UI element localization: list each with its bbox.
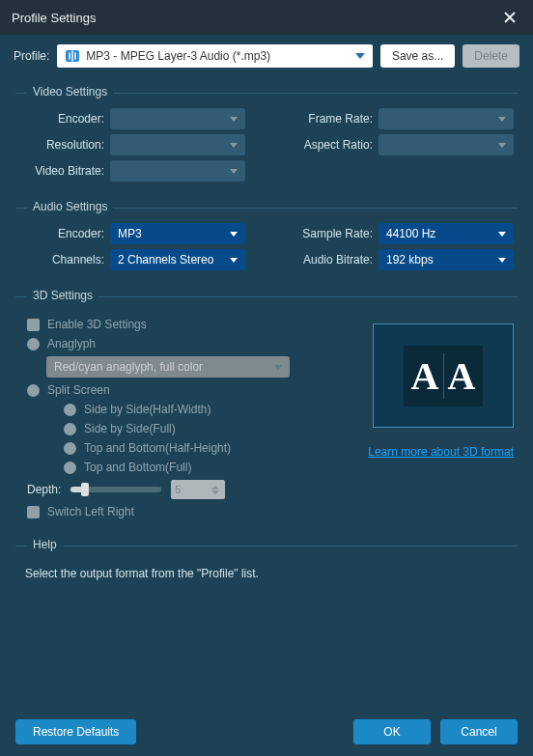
chevron-down-icon <box>230 232 238 237</box>
depth-spinner: 5 <box>171 480 225 499</box>
split-screen-radio: Split Screen <box>19 383 359 397</box>
audio-settings-title: Audio Settings <box>27 200 113 213</box>
radio-icon <box>64 404 76 416</box>
chevron-down-icon <box>230 117 238 122</box>
tb-full-radio: Top and Bottom(Full) <box>19 461 359 474</box>
radio-icon <box>64 442 76 455</box>
radio-icon <box>64 462 76 474</box>
close-icon <box>504 12 516 23</box>
chevron-down-icon <box>498 143 506 148</box>
window-title: Profile Settings <box>12 11 498 25</box>
radio-icon <box>27 384 40 397</box>
tb-half-radio: Top and Bottom(Half-Height) <box>19 441 359 455</box>
video-settings-title: Video Settings <box>27 85 113 98</box>
profile-select-value: MP3 - MPEG Layer-3 Audio (*.mp3) <box>86 49 355 63</box>
resolution-label: Resolution: <box>19 138 110 152</box>
enable-3d-checkbox[interactable]: Enable 3D Settings <box>19 318 359 331</box>
depth-slider <box>70 487 161 492</box>
side-full-radio: Side by Side(Full) <box>19 422 359 435</box>
side-half-radio: Side by Side(Half-Width) <box>19 403 359 416</box>
restore-defaults-button[interactable]: Restore Defaults <box>15 719 136 744</box>
audio-format-icon <box>65 48 80 64</box>
3d-preview: AA <box>373 323 514 428</box>
chevron-down-icon <box>274 365 282 370</box>
spinner-buttons <box>211 481 223 498</box>
resolution-select <box>110 134 245 155</box>
help-text: Select the output format from the "Profi… <box>19 561 514 615</box>
frame-rate-select <box>379 108 514 129</box>
switch-lr-checkbox: Switch Left Right <box>19 505 359 518</box>
audio-bitrate-label: Audio Bitrate: <box>286 253 379 266</box>
channels-select[interactable]: 2 Channels Stereo <box>110 249 245 270</box>
audio-encoder-label: Encoder: <box>19 227 110 240</box>
radio-icon <box>64 423 76 435</box>
divider <box>15 546 518 546</box>
profile-label: Profile: <box>14 49 49 63</box>
checkbox-icon <box>27 319 40 331</box>
video-bitrate-label: Video Bitrate: <box>19 164 110 178</box>
ok-button[interactable]: OK <box>353 719 431 744</box>
audio-encoder-select[interactable]: MP3 <box>110 223 245 244</box>
sample-rate-label: Sample Rate: <box>286 227 379 240</box>
close-button[interactable] <box>498 6 521 29</box>
chevron-down-icon <box>230 169 238 174</box>
chevron-down-icon <box>355 53 365 59</box>
help-title: Help <box>27 538 63 551</box>
chevron-down-icon <box>498 258 506 263</box>
video-bitrate-select <box>110 160 245 182</box>
checkbox-icon <box>27 506 40 518</box>
cancel-button[interactable]: Cancel <box>440 719 518 744</box>
frame-rate-label: Frame Rate: <box>286 112 379 126</box>
profile-select[interactable]: MP3 - MPEG Layer-3 Audio (*.mp3) <box>57 44 373 68</box>
radio-icon <box>27 338 40 350</box>
video-encoder-select <box>110 108 245 129</box>
video-encoder-label: Encoder: <box>19 112 110 126</box>
audio-bitrate-select[interactable]: 192 kbps <box>379 249 514 270</box>
learn-more-link[interactable]: Learn more about 3D format <box>368 445 514 459</box>
anaglyph-radio: Anaglyph <box>19 337 359 350</box>
chevron-down-icon <box>230 143 238 148</box>
depth-label: Depth: <box>27 483 61 496</box>
3d-settings-title: 3D Settings <box>27 289 98 302</box>
sample-rate-select[interactable]: 44100 Hz <box>379 223 514 244</box>
chevron-down-icon <box>498 232 506 237</box>
aspect-ratio-label: Aspect Ratio: <box>286 138 379 152</box>
aspect-ratio-select <box>379 134 514 155</box>
chevron-down-icon <box>230 258 238 263</box>
chevron-down-icon <box>498 117 506 122</box>
channels-label: Channels: <box>19 253 110 266</box>
save-as-button[interactable]: Save as... <box>380 44 455 68</box>
anaglyph-mode-select: Red/cyan anaglyph, full color <box>46 356 290 378</box>
delete-button: Delete <box>463 44 519 68</box>
